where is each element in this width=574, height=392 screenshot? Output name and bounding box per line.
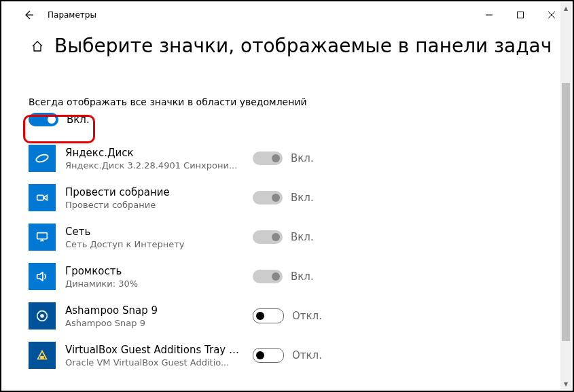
list-item: Громкость Динамики: 30% Вкл. [29,257,560,296]
item-toggle[interactable] [253,191,283,204]
titlebar: Параметры [1,1,573,29]
minimize-icon [486,12,492,18]
svg-point-1 [35,154,49,164]
svg-rect-6 [40,356,44,359]
meet-now-icon [29,184,56,211]
list-item-title: Сеть [65,226,242,238]
back-button[interactable] [19,5,38,24]
item-toggle-state: Вкл. [291,231,314,243]
list-item-subtitle: Ashampoo Snap 9 [65,318,242,328]
scrollbar[interactable]: ▲ ▼ [560,3,571,389]
item-toggle[interactable] [253,230,283,244]
ashampoo-snap-icon [29,302,56,329]
master-toggle[interactable] [29,113,58,126]
item-toggle-state: Откл. [292,349,322,361]
content: Всегда отображать все значки в области у… [3,82,560,389]
list-item-title: Провести собрание [65,186,242,198]
item-toggle[interactable] [253,152,283,165]
list-item-texts: Яндекс.Диск Яндекс.Диск 3.2.28.4901 Синх… [65,147,242,171]
list-item: Ashampoo Snap 9 Ashampoo Snap 9 Откл. [29,296,560,336]
svg-point-5 [40,314,44,318]
svg-rect-0 [518,12,524,18]
list-item-subtitle: Провести собрание [65,200,242,210]
page-title: Выберите значки, отображаемые в панели з… [54,35,552,57]
master-toggle-state: Вкл. [67,113,90,126]
item-toggle-state: Вкл. [291,270,314,283]
home-button[interactable] [30,39,45,54]
list-item-title: Ashampoo Snap 9 [65,304,242,317]
network-icon [29,224,56,251]
item-toggle-state: Откл. [292,310,322,322]
item-toggle[interactable] [253,348,284,363]
list-item-texts: Провести собрание Провести собрание [65,186,242,210]
list-item-title: VirtualBox Guest Additions Tray App... [65,344,242,356]
list-item-texts: VirtualBox Guest Additions Tray App... O… [65,344,242,368]
item-toggle-state: Вкл. [291,152,314,164]
volume-icon [29,263,56,290]
scroll-thumb[interactable] [562,83,570,341]
icon-list: Яндекс.Диск Яндекс.Диск 3.2.28.4901 Синх… [29,139,560,375]
maximize-icon [517,12,524,18]
list-item-texts: Сеть Сеть Доступ к Интернету [65,226,242,249]
list-item: VirtualBox Guest Additions Tray App... O… [29,336,560,375]
list-item: Сеть Сеть Доступ к Интернету Вкл. [29,217,560,257]
yandex-disk-icon [29,145,56,172]
item-toggle[interactable] [253,308,284,323]
maximize-button[interactable] [505,4,536,26]
list-item-subtitle: Сеть Доступ к Интернету [65,239,242,249]
section-label: Всегда отображать все значки в области у… [29,96,560,107]
list-item: Провести собрание Провести собрание Вкл. [29,178,560,217]
list-item-title: Громкость [65,265,242,277]
item-toggle[interactable] [253,270,283,283]
item-toggle-state: Вкл. [291,192,314,204]
list-item-texts: Громкость Динамики: 30% [65,265,242,289]
list-item-title: Яндекс.Диск [65,147,242,159]
list-item-subtitle: Яндекс.Диск 3.2.28.4901 Синхрони... [65,160,242,171]
scroll-up-arrow[interactable]: ▲ [560,3,571,14]
page-header: Выберите значки, отображаемые в панели з… [1,29,573,57]
list-item-texts: Ashampoo Snap 9 Ashampoo Snap 9 [65,304,242,328]
arrow-left-icon [23,10,34,20]
list-item-subtitle: Oracle VM VirtualBox Guest Additio... [65,357,242,368]
close-icon [548,12,555,18]
list-item: Яндекс.Диск Яндекс.Диск 3.2.28.4901 Синх… [29,139,560,178]
window-title: Параметры [48,10,96,20]
master-toggle-row: Вкл. [29,113,560,126]
virtualbox-tray-icon [29,342,56,369]
svg-rect-3 [37,233,48,239]
list-item-subtitle: Динамики: 30% [65,279,242,289]
minimize-button[interactable] [473,4,505,26]
scroll-down-arrow[interactable]: ▼ [560,378,571,389]
home-icon [31,39,44,53]
